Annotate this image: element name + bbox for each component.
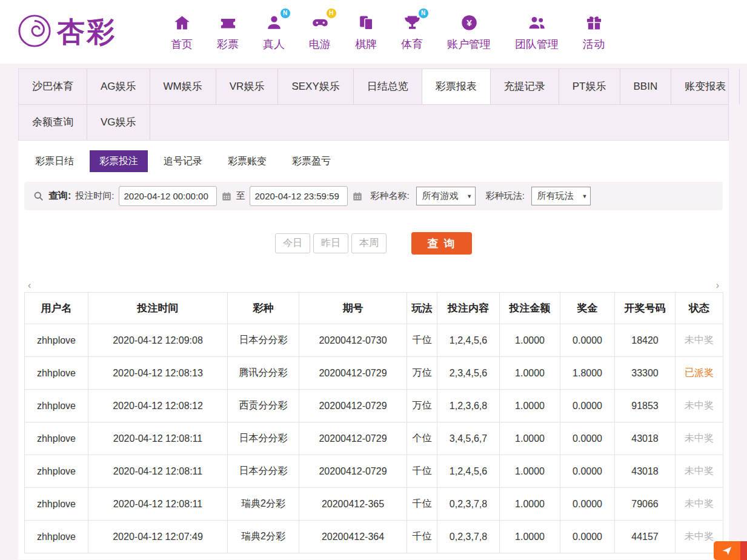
tab-lottery-report[interactable]: 彩票报表 <box>422 69 491 104</box>
cell-prize: 0.0000 <box>560 488 615 521</box>
calendar-icon-end[interactable] <box>352 191 363 202</box>
main-nav: 首页 彩票 N 真人 H 电游 棋牌 N <box>171 13 605 52</box>
cell-content: 1,2,4,5,6 <box>437 324 500 357</box>
cell-time: 2020-04-12 12:08:13 <box>88 357 228 390</box>
col-draw-number: 开奖号码 <box>615 293 676 324</box>
cell-user: zhhplove <box>25 324 88 357</box>
tab-vr[interactable]: VR娱乐 <box>216 69 279 104</box>
cell-time: 2020-04-12 12:07:49 <box>88 521 228 553</box>
cs-widget-edge <box>740 541 747 560</box>
home-icon <box>173 13 191 32</box>
cell-amount: 1.0000 <box>500 455 560 488</box>
cell-play: 个位 <box>407 422 437 455</box>
nav-item-live[interactable]: N 真人 <box>263 13 285 52</box>
cell-user: zhhplove <box>25 521 88 553</box>
cell-play: 万位 <box>407 357 437 390</box>
cell-time: 2020-04-12 12:08:12 <box>88 390 228 422</box>
brand-name: 杏彩 <box>57 13 116 51</box>
nav-item-account[interactable]: ¥ 账户管理 <box>447 13 491 52</box>
sports-new-badge: N <box>419 8 428 18</box>
col-lottery: 彩种 <box>228 293 299 324</box>
nav-item-home[interactable]: 首页 <box>171 13 193 52</box>
nav-item-boardgames[interactable]: 棋牌 <box>355 13 377 52</box>
table-scroll-bar: ‹ › <box>28 281 719 290</box>
cell-user: zhhplove <box>25 422 88 455</box>
calendar-icon-start[interactable] <box>221 191 232 202</box>
cell-issue: 20200412-0729 <box>299 455 407 488</box>
cell-amount: 1.0000 <box>500 422 560 455</box>
play-type-select[interactable]: 所有玩法 ▼ <box>531 187 591 205</box>
nav-item-team[interactable]: 团队管理 <box>515 13 559 52</box>
status-badge: 未中奖 <box>676 455 723 488</box>
tab-account-change-report[interactable]: 账变报表 <box>671 69 740 104</box>
table-row: zhhplove 2020-04-12 12:08:11 瑞典2分彩 20200… <box>25 488 723 521</box>
tab-sexy[interactable]: SEXY娱乐 <box>278 69 353 104</box>
subtab-lottery-profit-loss[interactable]: 彩票盈亏 <box>282 150 340 172</box>
cell-time: 2020-04-12 12:08:11 <box>88 422 228 455</box>
cell-play: 万位 <box>407 390 437 422</box>
nav-item-egames[interactable]: H 电游 <box>309 13 331 52</box>
cell-issue: 20200412-0729 <box>299 390 407 422</box>
cell-play: 千位 <box>407 455 437 488</box>
tab-wm[interactable]: WM娱乐 <box>150 69 216 104</box>
subtab-lottery-account-change[interactable]: 彩票账变 <box>218 150 276 172</box>
tab-vg[interactable]: VG娱乐 <box>87 105 150 140</box>
cell-user: zhhplove <box>25 488 88 521</box>
search-icon <box>33 190 44 202</box>
cell-user: zhhplove <box>25 390 88 422</box>
subtab-lottery-daily[interactable]: 彩票日结 <box>25 150 84 172</box>
table-row: zhhplove 2020-04-12 12:08:12 西贡分分彩 20200… <box>25 390 723 422</box>
cell-lottery: 瑞典2分彩 <box>228 521 299 553</box>
cell-draw: 91853 <box>615 390 676 422</box>
brand-logo[interactable]: 杏彩 <box>17 13 145 51</box>
nav-item-sports[interactable]: N 体育 <box>401 13 423 52</box>
start-time-input[interactable] <box>119 186 217 206</box>
egames-hot-badge: H <box>327 8 336 18</box>
scroll-left-icon[interactable]: ‹ <box>28 281 31 290</box>
cell-user: zhhplove <box>25 357 88 390</box>
tab-bbin[interactable]: BBIN <box>620 69 672 104</box>
tab-deposit-withdraw[interactable]: 充提记录 <box>491 69 559 104</box>
cell-prize: 0.0000 <box>560 390 615 422</box>
cell-time: 2020-04-12 12:08:11 <box>88 488 228 521</box>
cell-issue: 20200412-365 <box>299 488 407 521</box>
subtab-chase-records[interactable]: 追号记录 <box>154 150 212 172</box>
cell-lottery: 日本分分彩 <box>228 422 299 455</box>
status-badge: 未中奖 <box>676 488 723 521</box>
scroll-right-icon[interactable]: › <box>716 281 719 290</box>
tab-transfer-report[interactable]: 转账报表 <box>740 69 747 104</box>
status-badge: 未中奖 <box>676 390 723 422</box>
col-bet-time: 投注时间 <box>88 293 228 324</box>
customer-service-widget[interactable] <box>714 541 747 560</box>
search-button[interactable]: 查 询 <box>411 232 472 255</box>
nav-item-promotions[interactable]: 活动 <box>583 13 605 52</box>
subtab-lottery-bets[interactable]: 彩票投注 <box>90 150 148 172</box>
col-username: 用户名 <box>25 293 88 324</box>
yesterday-button[interactable]: 昨日 <box>313 233 348 253</box>
tab-shaba-sports[interactable]: 沙巴体育 <box>19 69 87 104</box>
tab-balance-query[interactable]: 余额查询 <box>19 105 87 140</box>
cell-draw: 33300 <box>615 357 676 390</box>
cell-draw: 18420 <box>615 324 676 357</box>
report-tab-row-2: 余额查询 VG娱乐 <box>19 105 728 140</box>
to-label: 至 <box>236 190 245 202</box>
tab-ag[interactable]: AG娱乐 <box>87 69 150 104</box>
end-time-input[interactable] <box>250 186 348 206</box>
cell-draw: 43018 <box>615 455 676 488</box>
cell-play: 千位 <box>407 521 437 553</box>
lottery-name-select[interactable]: 所有游戏 ▼ <box>416 187 476 205</box>
cell-issue: 20200412-364 <box>299 521 407 553</box>
nav-item-lottery[interactable]: 彩票 <box>217 13 239 52</box>
table-row: zhhplove 2020-04-12 12:08:13 腾讯分分彩 20200… <box>25 357 723 390</box>
today-button[interactable]: 今日 <box>275 233 310 253</box>
cell-prize: 0.0000 <box>560 521 615 553</box>
cell-draw: 44157 <box>615 521 676 553</box>
col-issue: 期号 <box>299 293 407 324</box>
play-type-label: 彩种玩法: <box>486 190 525 202</box>
tab-daily-summary[interactable]: 日结总览 <box>354 69 422 104</box>
tab-pt[interactable]: PT娱乐 <box>559 69 620 104</box>
cell-user: zhhplove <box>25 455 88 488</box>
this-week-button[interactable]: 本周 <box>351 233 387 253</box>
table-row: zhhplove 2020-04-12 12:07:49 瑞典2分彩 20200… <box>25 521 723 553</box>
quick-range-buttons: 今日 昨日 本周 查 询 <box>18 232 729 255</box>
